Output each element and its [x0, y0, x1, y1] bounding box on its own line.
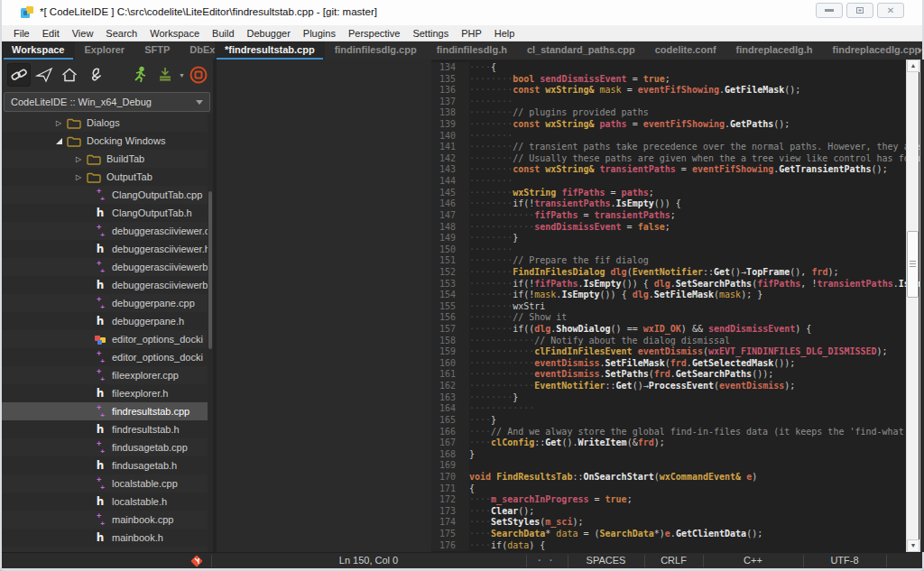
- tree-item-buildtab[interactable]: ▷BuildTab: [2, 150, 208, 168]
- code-line-138[interactable]: 138········// plugins provided paths: [431, 107, 924, 119]
- code-line-166[interactable]: 166····// And we alway store the global …: [431, 427, 924, 438]
- menu-php[interactable]: PHP: [455, 25, 488, 41]
- code-line-171[interactable]: 171{: [431, 484, 924, 495]
- scroll-down-icon[interactable]: ▼: [907, 539, 919, 552]
- tree-item-outputtab[interactable]: ▷OutputTab: [2, 168, 208, 186]
- code-line-150[interactable]: 150········: [431, 244, 924, 256]
- tree-item-debuggerasciiviewerb[interactable]: ++debuggerasciiviewerb: [2, 258, 208, 276]
- code-line-172[interactable]: 172····m_searchInProgress = true;: [431, 494, 924, 506]
- fold-margin[interactable]: [457, 131, 469, 143]
- code-line-164[interactable]: 164············: [431, 403, 924, 415]
- run-icon[interactable]: [128, 63, 152, 87]
- menu-view[interactable]: View: [66, 25, 100, 41]
- fold-margin[interactable]: [457, 472, 469, 484]
- tree-item-editor-options-docki[interactable]: editor_options_docki: [2, 330, 208, 348]
- fold-margin[interactable]: [457, 529, 469, 540]
- code-line-165[interactable]: 165····}: [431, 415, 924, 427]
- menu-settings[interactable]: Settings: [406, 25, 455, 41]
- build-icon[interactable]: [153, 63, 177, 87]
- fold-margin[interactable]: [457, 74, 469, 86]
- code-line-149[interactable]: 149········}: [431, 233, 924, 244]
- tree-scrollbar-thumb[interactable]: [208, 191, 212, 349]
- send-icon[interactable]: [32, 63, 56, 87]
- tree-item-fileexplorer-cpp[interactable]: ++fileexplorer.cpp: [2, 366, 208, 384]
- file-tab-codelite-conf[interactable]: codelite.conf: [645, 41, 726, 60]
- tree-item-findusagetab-cpp[interactable]: ++findusagetab.cpp: [2, 438, 208, 456]
- code-line-145[interactable]: 145········wxString fifPaths = paths;: [431, 188, 924, 199]
- fold-margin[interactable]: [457, 188, 469, 199]
- code-editor[interactable]: 134····{135········bool sendDismissEvent…: [431, 60, 924, 552]
- code-line-170[interactable]: 170void FindResultsTab::OnSearchStart(wx…: [431, 472, 924, 484]
- fold-margin[interactable]: [457, 540, 469, 552]
- fold-margin[interactable]: [457, 392, 469, 404]
- code-line-144[interactable]: 144········: [431, 176, 924, 188]
- code-line-143[interactable]: 143········const wxString& transientPath…: [431, 164, 924, 176]
- tree-item-findresultstab-h[interactable]: hfindresultstab.h: [2, 420, 208, 438]
- status-encoding[interactable]: UTF-8: [803, 555, 886, 566]
- menu-plugins[interactable]: Plugins: [297, 25, 342, 41]
- tree-item-editor-options-docki[interactable]: ++editor_options_docki: [2, 348, 208, 366]
- tree-item-findresultstab-cpp[interactable]: ++findresultstab.cpp: [2, 402, 208, 420]
- code-line-140[interactable]: 140········: [431, 131, 924, 143]
- fold-margin[interactable]: [457, 267, 469, 279]
- stop-icon[interactable]: [187, 63, 210, 87]
- tree-item-debuggerpane-h[interactable]: hdebuggerpane.h: [2, 312, 208, 330]
- fold-margin[interactable]: [457, 324, 469, 336]
- code-line-173[interactable]: 173····Clear();: [431, 506, 924, 518]
- code-line-139[interactable]: 139········const wxString& paths = event…: [431, 119, 924, 131]
- status-language[interactable]: C++: [703, 555, 803, 566]
- fold-margin[interactable]: [457, 244, 469, 256]
- fold-margin[interactable]: [457, 107, 469, 119]
- code-line-155[interactable]: 155········wxStri: [431, 301, 924, 313]
- fold-margin[interactable]: [457, 153, 469, 165]
- code-line-163[interactable]: 163········}: [431, 392, 924, 404]
- minimize-button[interactable]: [816, 3, 843, 18]
- code-line-161[interactable]: 161············eventDismiss.SetPaths(frd…: [431, 369, 924, 381]
- status-eol[interactable]: CRLF: [644, 555, 703, 566]
- pane-tab-explorer[interactable]: Explorer: [75, 41, 135, 60]
- fold-margin[interactable]: [457, 222, 469, 234]
- expand-arrow-icon[interactable]: ▷: [56, 119, 67, 127]
- link-icon[interactable]: [7, 63, 31, 87]
- fold-margin[interactable]: [457, 358, 469, 370]
- tree-item-localstable-cpp[interactable]: ++localstable.cpp: [2, 474, 208, 493]
- code-line-151[interactable]: 151········// Prepare the fif dialog: [431, 255, 924, 267]
- code-line-174[interactable]: 174····SetStyles(m_sci);: [431, 517, 924, 529]
- file-tab-findinfilesdlg-cpp[interactable]: findinfilesdlg.cpp: [325, 41, 427, 60]
- home-icon[interactable]: [58, 63, 81, 87]
- tree-item-clangoutputtab-cpp[interactable]: ++ClangOutputTab.cpp: [2, 186, 208, 204]
- scroll-up-icon[interactable]: ▲: [907, 60, 919, 72]
- code-line-158[interactable]: 158············// Notify about the dialo…: [431, 336, 924, 347]
- fold-margin[interactable]: [457, 484, 469, 495]
- fold-margin[interactable]: [457, 403, 469, 415]
- code-line-154[interactable]: 154········if(!mask.IsEmpty()) { dlg.Set…: [431, 290, 924, 301]
- fold-margin[interactable]: [457, 85, 469, 97]
- menu-help[interactable]: Help: [488, 25, 522, 41]
- tree-item-dialogs[interactable]: ▷Dialogs: [2, 114, 208, 132]
- fold-margin[interactable]: [457, 506, 469, 518]
- fold-margin[interactable]: [457, 279, 469, 290]
- code-line-157[interactable]: 157········if((dlg.ShowDialog() == wxID_…: [431, 324, 924, 336]
- code-line-136[interactable]: 136········const wxString& mask = eventF…: [431, 85, 924, 97]
- maximize-button[interactable]: [846, 3, 873, 18]
- menu-debugger[interactable]: Debugger: [241, 25, 297, 41]
- tree-item-findusagetab-h[interactable]: hfindusagetab.h: [2, 456, 208, 474]
- code-line-146[interactable]: 146········if(!transientPaths.IsEmpty())…: [431, 198, 924, 210]
- fold-margin[interactable]: [457, 369, 469, 381]
- status-whitespace[interactable]: SPACES: [568, 555, 644, 566]
- code-line-152[interactable]: 152········FindInFilesDialog dlg(EventNo…: [431, 267, 924, 279]
- chevron-down-icon[interactable]: ▼: [179, 72, 185, 78]
- fold-margin[interactable]: [457, 62, 469, 74]
- fold-margin[interactable]: [457, 210, 469, 222]
- tree-item-debuggerasciiviewerb[interactable]: hdebuggerasciiviewerb: [2, 276, 208, 294]
- code-line-169[interactable]: 169: [431, 460, 924, 472]
- code-line-148[interactable]: 148············sendDismissEvent = false;: [431, 222, 924, 234]
- fold-margin[interactable]: [457, 290, 469, 301]
- fold-margin[interactable]: [457, 312, 469, 324]
- fold-margin[interactable]: [457, 119, 469, 131]
- file-tab-findinfilesdlg-h[interactable]: findinfilesdlg.h: [427, 41, 517, 60]
- menu-workspace[interactable]: Workspace: [143, 25, 206, 41]
- code-line-147[interactable]: 147············fifPaths = transientPaths…: [431, 210, 924, 222]
- tree-item-debuggerasciiviewer-c[interactable]: ++debuggerasciiviewer.c: [2, 222, 208, 240]
- fold-margin[interactable]: [457, 460, 469, 472]
